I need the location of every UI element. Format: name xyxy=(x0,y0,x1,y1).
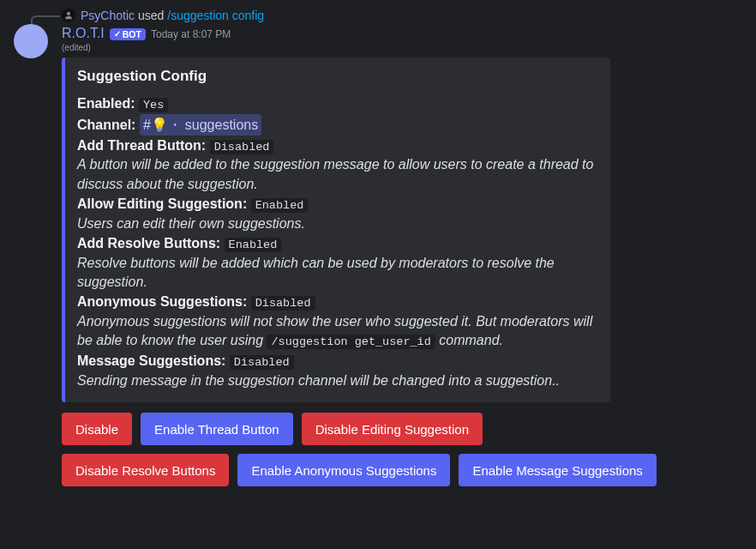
resolve-desc: Resolve buttons will be added which can … xyxy=(77,254,597,293)
enable-anon-button[interactable]: Enable Anonymous Suggestions xyxy=(237,454,450,486)
reply-command[interactable]: /suggestion config xyxy=(167,9,264,22)
channel-name: suggestions xyxy=(185,115,258,135)
anon-cmd: /suggestion get_user_id xyxy=(267,335,435,349)
msg-desc: Sending message in the suggestion channe… xyxy=(77,371,597,390)
field-enabled: Enabled: Yes xyxy=(77,94,597,114)
channel-mention[interactable]: #💡・suggestions xyxy=(140,114,261,136)
edit-value: Enabled xyxy=(251,198,309,213)
resolve-label: Add Resolve Buttons: xyxy=(77,236,220,250)
enabled-label: Enabled: xyxy=(77,96,135,111)
reply-avatar xyxy=(62,9,75,22)
enable-thread-button[interactable]: Enable Thread Button xyxy=(141,413,293,445)
field-msg: Message Suggestions: Disabled xyxy=(77,351,597,371)
edited-indicator: (edited) xyxy=(62,43,742,52)
reply-verb: used xyxy=(138,9,164,22)
bot-badge: BOT xyxy=(110,28,146,40)
bot-message: PsyChotic used /suggestion config R.O.T.… xyxy=(0,0,756,493)
disable-editing-button[interactable]: Disable Editing Suggestion xyxy=(302,413,483,445)
moon-icon xyxy=(18,28,45,55)
edit-desc: Users can edit their own suggestions. xyxy=(77,214,597,233)
anon-label: Anonymous Suggestions: xyxy=(77,294,247,309)
message-timestamp: Today at 8:07 PM xyxy=(151,28,231,40)
anon-desc: Anonymous suggestions will not show the … xyxy=(77,312,597,351)
msg-label: Message Suggestions: xyxy=(77,353,225,368)
edit-label: Allow Editing Suggestion: xyxy=(77,196,247,211)
field-channel: Channel: #💡・suggestions xyxy=(77,114,597,136)
action-row-1: Disable Enable Thread Button Disable Edi… xyxy=(62,413,730,445)
channel-prefix: #💡・ xyxy=(143,115,182,135)
field-anon: Anonymous Suggestions: Disabled xyxy=(77,292,597,312)
disable-button[interactable]: Disable xyxy=(62,413,132,445)
embed: Suggestion Config Enabled: Yes Channel: … xyxy=(62,57,610,402)
action-row-2: Disable Resolve Buttons Enable Anonymous… xyxy=(62,454,730,486)
field-thread: Add Thread Button: Disabled xyxy=(77,136,597,156)
thread-label: Add Thread Button: xyxy=(77,138,206,153)
thread-value: Disabled xyxy=(210,140,274,154)
bot-avatar[interactable] xyxy=(14,24,48,58)
field-edit: Allow Editing Suggestion: Enabled xyxy=(77,194,597,214)
bot-username[interactable]: R.O.T.I xyxy=(62,26,105,41)
anon-value: Disabled xyxy=(251,296,315,311)
enabled-value: Yes xyxy=(139,98,168,112)
thread-desc: A button will be added to the suggestion… xyxy=(77,155,597,194)
field-resolve: Add Resolve Buttons: Enabled xyxy=(77,233,597,254)
resolve-value: Enabled xyxy=(225,238,282,252)
anon-desc-b: command. xyxy=(435,333,503,347)
reply-username[interactable]: PsyChotic xyxy=(81,9,135,22)
channel-label: Channel: xyxy=(77,118,135,132)
embed-title: Suggestion Config xyxy=(77,68,597,85)
message-header: R.O.T.I BOT Today at 8:07 PM xyxy=(62,26,742,41)
reply-context: PsyChotic used /suggestion config xyxy=(62,7,742,24)
enable-msg-button[interactable]: Enable Message Suggestions xyxy=(459,454,656,486)
disable-resolve-button[interactable]: Disable Resolve Buttons xyxy=(62,454,229,486)
msg-value: Disabled xyxy=(230,355,294,370)
